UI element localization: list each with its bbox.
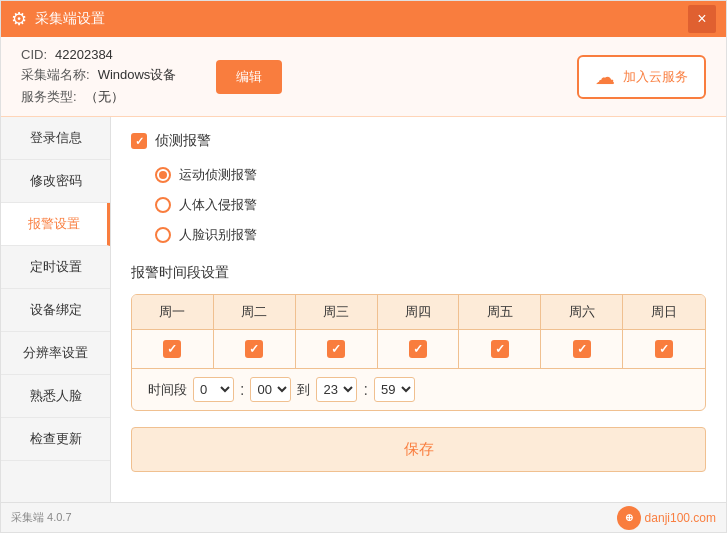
window-title: 采集端设置 [35,10,688,28]
sidebar: 登录信息 修改密码 报警设置 定时设置 设备绑定 分辨率设置 熟悉人脸 检查更新 [1,117,111,502]
main-window: ⚙ 采集端设置 × CID: 42202384 采集端名称: Windows设备… [0,0,727,533]
time-segment-label: 时间段 [148,381,187,399]
to-hour-select[interactable]: 23 0 1 [316,377,357,402]
close-button[interactable]: × [688,5,716,33]
day-checkbox-fri[interactable]: ✓ [491,340,509,358]
header-thu: 周四 [378,295,460,329]
sidebar-item-alert[interactable]: 报警设置 [1,203,110,246]
header-sun: 周日 [623,295,705,329]
save-button[interactable]: 保存 [131,427,706,472]
header-info: CID: 42202384 采集端名称: Windows设备 服务类型: （无）… [1,37,726,117]
header-fri: 周五 [459,295,541,329]
name-label: 采集端名称: [21,66,90,84]
radio-face-label: 人脸识别报警 [179,226,257,244]
header-wed: 周三 [296,295,378,329]
service-row: 服务类型: （无） [21,88,176,106]
footer-logo: ⊕ danji100.com [617,506,716,530]
from-minute-select[interactable]: 00 15 30 45 [250,377,291,402]
cid-row: CID: 42202384 [21,47,176,62]
cell-wed: ✓ [296,330,378,368]
content-area: ✓ 侦测报警 运动侦测报警 人体入侵报警 人脸识别报警 [111,117,726,502]
info-block: CID: 42202384 采集端名称: Windows设备 服务类型: （无） [21,47,176,106]
radio-human-btn[interactable] [155,197,171,213]
cell-fri: ✓ [459,330,541,368]
from-colon: : [240,381,244,399]
sidebar-item-timer[interactable]: 定时设置 [1,246,110,289]
detect-alarm-checkbox[interactable]: ✓ [131,133,147,149]
header-mon: 周一 [132,295,214,329]
cell-sat: ✓ [541,330,623,368]
sidebar-item-resolution[interactable]: 分辨率设置 [1,332,110,375]
radio-motion-btn[interactable] [155,167,171,183]
service-value: （无） [85,88,124,106]
title-bar: ⚙ 采集端设置 × [1,1,726,37]
schedule-table: 周一 周二 周三 周四 周五 周六 周日 ✓ [131,294,706,411]
alarm-type-group: 运动侦测报警 人体入侵报警 人脸识别报警 [155,166,706,244]
sidebar-item-login[interactable]: 登录信息 [1,117,110,160]
cell-thu: ✓ [378,330,460,368]
detect-alarm-row: ✓ 侦测报警 [131,132,706,150]
cell-tue: ✓ [214,330,296,368]
radio-face-btn[interactable] [155,227,171,243]
sidebar-item-password[interactable]: 修改密码 [1,160,110,203]
day-checkbox-sun[interactable]: ✓ [655,340,673,358]
time-row: 时间段 0 1 2 23 : 00 15 30 45 到 [132,369,705,410]
cid-value: 42202384 [55,47,113,62]
cloud-icon: ☁ [595,65,615,89]
day-checkbox-tue[interactable]: ✓ [245,340,263,358]
schedule-section-title: 报警时间段设置 [131,264,706,282]
radio-motion[interactable]: 运动侦测报警 [155,166,706,184]
edit-button[interactable]: 编辑 [216,60,282,94]
name-value: Windows设备 [98,66,177,84]
service-label: 服务类型: [21,88,77,106]
day-checkbox-wed[interactable]: ✓ [327,340,345,358]
logo-icon: ⊕ [617,506,641,530]
app-icon: ⚙ [11,8,27,30]
to-label: 到 [297,381,310,399]
schedule-checkboxes-row: ✓ ✓ ✓ ✓ [132,330,705,369]
header-tue: 周二 [214,295,296,329]
cid-label: CID: [21,47,47,62]
main-body: 登录信息 修改密码 报警设置 定时设置 设备绑定 分辨率设置 熟悉人脸 检查更新… [1,117,726,502]
detect-alarm-checkmark: ✓ [135,135,144,148]
radio-human-label: 人体入侵报警 [179,196,257,214]
version-label: 采集端 4.0.7 [11,510,72,525]
detect-alarm-label: 侦测报警 [155,132,211,150]
cloud-service-button[interactable]: ☁ 加入云服务 [577,55,706,99]
cell-sun: ✓ [623,330,705,368]
radio-face[interactable]: 人脸识别报警 [155,226,706,244]
radio-motion-label: 运动侦测报警 [179,166,257,184]
cloud-label: 加入云服务 [623,68,688,86]
cell-mon: ✓ [132,330,214,368]
to-colon: : [363,381,367,399]
from-hour-select[interactable]: 0 1 2 23 [193,377,234,402]
header-sat: 周六 [541,295,623,329]
name-row: 采集端名称: Windows设备 [21,66,176,84]
schedule-header: 周一 周二 周三 周四 周五 周六 周日 [132,295,705,330]
radio-human[interactable]: 人体入侵报警 [155,196,706,214]
day-checkbox-sat[interactable]: ✓ [573,340,591,358]
day-checkbox-mon[interactable]: ✓ [163,340,181,358]
sidebar-item-face[interactable]: 熟悉人脸 [1,375,110,418]
footer: 采集端 4.0.7 ⊕ danji100.com [1,502,726,532]
sidebar-item-update[interactable]: 检查更新 [1,418,110,461]
sidebar-item-bind[interactable]: 设备绑定 [1,289,110,332]
day-checkbox-thu[interactable]: ✓ [409,340,427,358]
site-label: danji100.com [645,511,716,525]
to-minute-select[interactable]: 59 00 30 [374,377,415,402]
